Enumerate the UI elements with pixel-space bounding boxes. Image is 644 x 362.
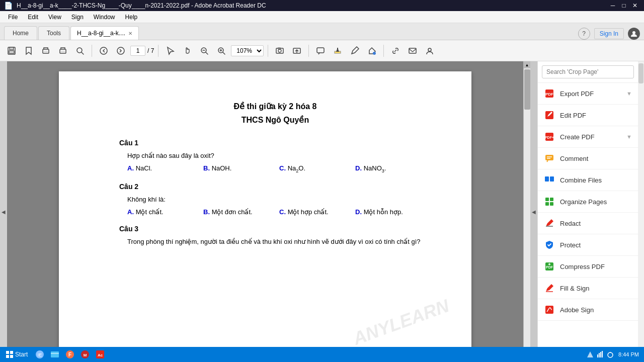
svg-text:M: M	[84, 353, 87, 357]
zoom-in-button[interactable]	[214, 43, 229, 58]
menu-bar: File Edit View Sign Window Help	[0, 11, 644, 23]
menu-help[interactable]: Help	[121, 13, 142, 22]
time-display: 8:44 PM	[618, 351, 639, 357]
close-button[interactable]: ✕	[630, 1, 640, 11]
help-icon[interactable]: ?	[578, 28, 590, 40]
sign-in-button[interactable]: Sign In	[594, 28, 624, 39]
panel-item-create-pdf[interactable]: PDF+ Create PDF ▼	[538, 126, 638, 148]
print-button[interactable]	[55, 43, 70, 58]
draw-tool[interactable]	[347, 43, 362, 58]
svg-marker-27	[336, 48, 339, 52]
protect-label: Protect	[560, 241, 581, 249]
svg-line-9	[82, 52, 84, 54]
maximize-button[interactable]: □	[619, 1, 629, 11]
menu-window[interactable]: Window	[90, 13, 119, 22]
snapshot-tool[interactable]	[272, 43, 287, 58]
sidebar-toggle[interactable]: ◀	[0, 61, 7, 362]
q2-option-b: B. Một đơn chất.	[203, 208, 279, 216]
page-number-input[interactable]	[130, 46, 145, 56]
svg-rect-50	[6, 351, 9, 354]
svg-rect-51	[10, 351, 13, 354]
panel-item-organize-pages[interactable]: Organize Pages	[538, 191, 638, 213]
q2-option-d: D. Một hỗn hợp.	[355, 208, 431, 216]
cursor-tool[interactable]	[163, 43, 178, 58]
taskbar-icon-acrobat[interactable]: Ac	[93, 347, 107, 361]
comment-tool[interactable]	[313, 43, 328, 58]
right-panel-toggle[interactable]: ◀	[530, 61, 537, 362]
fill-tool[interactable]	[364, 43, 379, 58]
tab-close-button[interactable]: ✕	[128, 31, 132, 36]
scroll-up-arrow[interactable]: ▲	[524, 61, 530, 68]
pdf-viewer[interactable]: Đề thi giữa kỳ 2 hóa 8 THCS Ngô Quyền Câ…	[7, 61, 523, 362]
tab-tools[interactable]: Tools	[38, 26, 69, 40]
nav-prev-button[interactable]	[96, 43, 111, 58]
right-panel: PDF Export PDF ▼ Edit PDF PDF+ Create PD…	[537, 61, 638, 362]
panel-item-combine-files[interactable]: Combine Files	[538, 169, 638, 191]
panel-search-input[interactable]	[542, 65, 634, 78]
save-button[interactable]	[4, 43, 19, 58]
combine-files-label: Combine Files	[560, 176, 602, 184]
find-button[interactable]	[72, 43, 88, 58]
tab-document[interactable]: H__a-8-gi__a-k.... ✕	[70, 26, 139, 40]
question-2-id: Câu 2	[119, 183, 431, 191]
user-button[interactable]	[422, 43, 437, 58]
minimize-button[interactable]: ─	[608, 1, 618, 11]
compress-pdf-label: Compress PDF	[560, 263, 605, 270]
svg-rect-53	[10, 355, 13, 358]
menu-file[interactable]: File	[4, 13, 22, 22]
page-separator: / 7	[147, 47, 154, 54]
panel-item-adobe-sign[interactable]: Adobe Sign	[538, 299, 638, 321]
previous-page-button[interactable]	[38, 43, 53, 58]
nav-next-button[interactable]	[113, 43, 128, 58]
svg-line-14	[206, 52, 208, 54]
redact-icon	[544, 218, 555, 229]
panel-item-redact[interactable]: Redact	[538, 213, 638, 234]
create-pdf-arrow: ▼	[626, 134, 632, 140]
panel-item-compress-pdf[interactable]: PDF Compress PDF	[538, 256, 638, 278]
panel-item-edit-pdf[interactable]: Edit PDF	[538, 105, 638, 126]
protect-icon	[544, 239, 555, 250]
menu-sign[interactable]: Sign	[67, 13, 88, 22]
svg-text:PDF: PDF	[546, 265, 553, 269]
pdf-scrollbar[interactable]: ▲ ▼	[523, 61, 530, 362]
svg-text:PDF: PDF	[545, 92, 553, 97]
question-1-text: Hợp chất nào sau đây là oxit?	[127, 152, 431, 159]
svg-point-0	[632, 31, 635, 34]
email-tool[interactable]	[405, 43, 420, 58]
taskbar-icon-1[interactable]: IE	[33, 347, 47, 361]
zoom-out-button[interactable]	[197, 43, 212, 58]
start-label: Start	[15, 351, 28, 358]
panel-item-comment[interactable]: Comment	[538, 148, 638, 169]
svg-rect-2	[10, 47, 14, 50]
taskbar-icon-4[interactable]: M	[78, 347, 92, 361]
start-button[interactable]: Start	[2, 350, 32, 359]
svg-marker-64	[587, 351, 593, 357]
upload-tool[interactable]	[289, 43, 304, 58]
q1-option-c: C. Na2O.	[279, 164, 355, 173]
highlight-tool[interactable]	[330, 43, 345, 58]
svg-rect-21	[278, 48, 280, 49]
menu-view[interactable]: View	[44, 13, 65, 22]
zoom-level-select[interactable]: 107% 100% 125% 150% 75% 50%	[231, 45, 264, 56]
tab-home[interactable]: Home	[4, 26, 37, 40]
scroll-track[interactable]	[524, 68, 530, 355]
taskbar-icon-2[interactable]	[48, 347, 62, 361]
panel-item-export-pdf[interactable]: PDF Export PDF ▼	[538, 83, 638, 105]
redact-label: Redact	[560, 220, 581, 227]
export-pdf-label: Export PDF	[560, 90, 594, 98]
user-avatar[interactable]	[628, 28, 640, 40]
svg-rect-66	[599, 353, 600, 357]
right-panel-scrollbar[interactable]	[638, 61, 644, 362]
svg-point-69	[608, 352, 613, 357]
question-1-id: Câu 1	[119, 139, 431, 147]
panel-item-protect[interactable]: Protect	[538, 234, 638, 256]
panel-item-fill-sign[interactable]: Fill & Sign	[538, 278, 638, 299]
main-area: ◀ Đề thi giữa kỳ 2 hóa 8 THCS Ngô Quyền …	[0, 61, 644, 362]
hand-tool[interactable]	[180, 43, 195, 58]
svg-rect-24	[317, 48, 324, 53]
taskbar-icon-3[interactable]: F	[63, 347, 77, 361]
link-tool[interactable]	[388, 43, 403, 58]
menu-edit[interactable]: Edit	[24, 13, 42, 22]
bookmark-button[interactable]	[21, 43, 36, 58]
svg-rect-43	[545, 202, 549, 206]
